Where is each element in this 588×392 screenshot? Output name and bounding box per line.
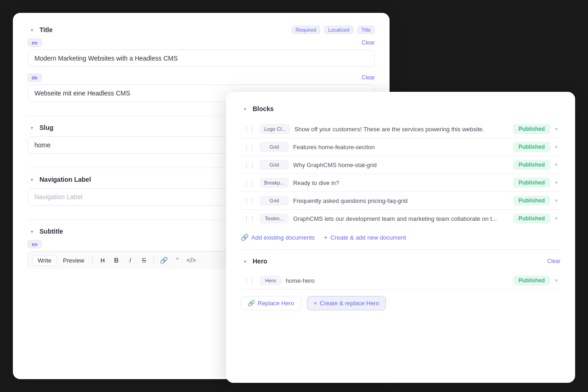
preview-tab[interactable]: Preview	[58, 256, 89, 265]
de-clear-link[interactable]: Clear	[362, 74, 375, 81]
title-en-input[interactable]	[28, 50, 375, 67]
slug-toggle[interactable]: ▾	[28, 123, 36, 132]
drag-handle-hero[interactable]: ⋮⋮	[243, 277, 255, 284]
replace-icon: 🔗	[248, 300, 255, 307]
link-btn[interactable]: 🔗	[158, 254, 170, 266]
create-add-link[interactable]: + Create & add new document	[324, 234, 406, 241]
subtitle-toggle[interactable]: ▾	[28, 227, 36, 235]
blocks-section: ▾ Blocks ⋮⋮ Logo Cl... Show off your cus…	[241, 105, 560, 241]
toolbar-sep-1	[92, 257, 93, 264]
replace-hero-button[interactable]: 🔗 Replace Hero	[241, 296, 301, 310]
drag-handle-3[interactable]: ⋮⋮	[243, 162, 255, 168]
add-existing-link[interactable]: 🔗 Add existing documents	[241, 234, 315, 241]
status-badge-5: Published	[513, 196, 550, 206]
blocks-card: ▾ Blocks ⋮⋮ Logo Cl... Show off your cus…	[226, 92, 575, 383]
de-locale-badge: de	[28, 73, 42, 82]
drag-handle-2[interactable]: ⋮⋮	[243, 144, 255, 151]
strikethrough-btn[interactable]: S	[138, 254, 150, 266]
en-clear-link[interactable]: Clear	[362, 39, 375, 46]
status-badge-1: Published	[513, 124, 550, 134]
block-chevron-1[interactable]: ▾	[555, 126, 558, 132]
hero-clear-link[interactable]: Clear	[547, 258, 560, 264]
create-replace-hero-button[interactable]: + Create & replace Hero	[307, 296, 386, 310]
en-locale-badge: en	[28, 39, 42, 47]
bold-btn[interactable]: B	[110, 254, 122, 266]
block-chevron-5[interactable]: ▾	[555, 197, 558, 204]
hero-id: home-hero	[286, 277, 509, 284]
block-chevron-6[interactable]: ▾	[555, 215, 558, 222]
table-row: ⋮⋮ Logo Cl... Show off your customers! T…	[241, 120, 560, 138]
hero-status-badge: Published	[513, 275, 550, 286]
block-chevron-2[interactable]: ▾	[555, 144, 558, 150]
status-badge-3: Published	[513, 160, 550, 170]
write-tab[interactable]: Write	[33, 255, 57, 266]
block-desc-5: Frequently asked questions pricing-faq-g…	[293, 197, 509, 204]
blocks-toggle[interactable]: ▾	[241, 105, 249, 113]
plus-icon-1: +	[324, 234, 328, 241]
block-chevron-3[interactable]: ▾	[555, 162, 558, 168]
hero-divider	[241, 249, 560, 250]
code-btn[interactable]: </>	[185, 254, 197, 266]
hero-toggle[interactable]: ▾	[241, 257, 249, 265]
status-badge-4: Published	[513, 178, 550, 188]
plus-icon-2: +	[314, 300, 317, 307]
table-row: ⋮⋮ Breakp... Ready to dive in? Published…	[241, 174, 560, 192]
title-label: Title	[40, 26, 288, 34]
italic-btn[interactable]: I	[124, 254, 136, 266]
blocks-label: Blocks	[253, 105, 560, 112]
drag-handle-1[interactable]: ⋮⋮	[243, 126, 255, 133]
status-badge-6: Published	[513, 213, 550, 224]
block-desc-2: Features home-feature-section	[293, 144, 509, 151]
status-badge-2: Published	[513, 142, 550, 152]
hero-chevron[interactable]: ▾	[555, 277, 558, 284]
block-desc-6: GraphCMS lets our development team and m…	[293, 215, 509, 222]
block-type-5: Grid	[260, 196, 288, 205]
hero-type-badge: Hero	[260, 276, 281, 285]
hero-section: ▾ Hero Clear ⋮⋮ Hero home-hero Published…	[241, 257, 560, 310]
block-desc-4: Ready to dive in?	[293, 179, 509, 186]
block-desc-3: Why GraphCMS home-stat-grid	[293, 162, 509, 168]
block-desc-1: Show off your customers! These are the s…	[294, 126, 509, 133]
block-type-2: Grid	[260, 142, 288, 151]
heading-btn[interactable]: H	[96, 254, 108, 266]
hero-label: Hero	[253, 258, 543, 265]
hero-row: ⋮⋮ Hero home-hero Published ▾	[241, 272, 560, 290]
toolbar-sep-2	[153, 257, 154, 264]
block-chevron-4[interactable]: ▾	[555, 179, 558, 186]
block-type-3: Grid	[260, 160, 288, 169]
blocks-actions-row: 🔗 Add existing documents + Create & add …	[241, 234, 560, 241]
drag-handle-6[interactable]: ⋮⋮	[243, 215, 255, 222]
drag-handle-5[interactable]: ⋮⋮	[243, 197, 255, 204]
required-badge: Required	[292, 26, 321, 34]
quote-btn[interactable]: ”	[171, 254, 183, 266]
block-type-1: Logo Cl...	[260, 124, 290, 134]
nav-toggle[interactable]: ▾	[28, 175, 36, 184]
drag-handle-4[interactable]: ⋮⋮	[243, 179, 255, 186]
table-row: ⋮⋮ Grid Frequently asked questions prici…	[241, 192, 560, 210]
hero-actions-row: 🔗 Replace Hero + Create & replace Hero	[241, 296, 560, 310]
block-type-4: Breakp...	[260, 178, 288, 187]
title-badge: Title	[357, 26, 375, 34]
link-icon: 🔗	[241, 234, 249, 241]
localized-badge: Localized	[324, 26, 353, 34]
block-type-6: Testim...	[260, 214, 288, 223]
table-row: ⋮⋮ Grid Features home-feature-section Pu…	[241, 138, 560, 156]
table-row: ⋮⋮ Testim... GraphCMS lets our developme…	[241, 210, 560, 227]
subtitle-en-locale: en	[28, 240, 42, 248]
table-row: ⋮⋮ Grid Why GraphCMS home-stat-grid Publ…	[241, 156, 560, 174]
title-toggle[interactable]: ▾	[28, 26, 36, 34]
